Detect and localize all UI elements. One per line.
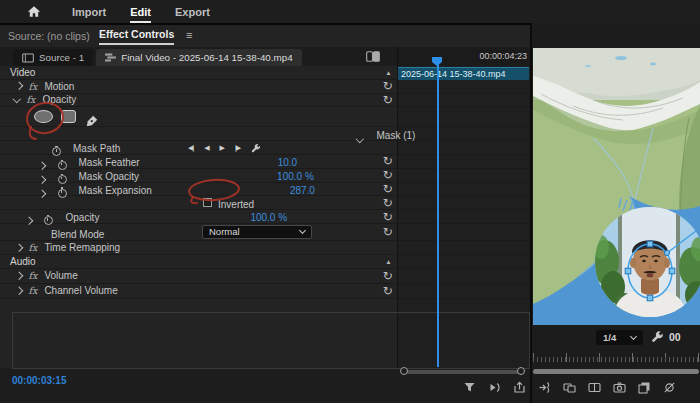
reset-icon[interactable]: ↺ bbox=[383, 197, 393, 209]
playhead-marker[interactable] bbox=[431, 56, 443, 67]
param-value[interactable]: 10.0 bbox=[278, 157, 297, 168]
zoom-handle-right[interactable] bbox=[517, 367, 525, 375]
filter-properties-icon[interactable] bbox=[463, 381, 476, 394]
mask-ellipse-overlay[interactable] bbox=[533, 48, 700, 325]
param-row-blend-mode[interactable]: Blend Mode Normal ↺ bbox=[0, 224, 530, 241]
tab-source-clip[interactable]: Source - 1 bbox=[13, 49, 93, 66]
fx-badge-icon[interactable]: fx bbox=[29, 285, 38, 296]
rectangle-mask-tool-icon[interactable] bbox=[61, 110, 76, 123]
program-monitor-video[interactable] bbox=[533, 48, 700, 325]
keyframe-empty-box bbox=[12, 312, 530, 369]
timeline-clip-bar[interactable]: 2025-06-14 15-38-40.mp4 bbox=[398, 67, 529, 80]
fx-badge-icon[interactable]: fx bbox=[27, 94, 36, 105]
panel-group-header: Source: (no clips) Effect Controls ≡ bbox=[0, 25, 530, 47]
reset-icon[interactable]: ↺ bbox=[383, 183, 393, 195]
home-icon[interactable] bbox=[27, 5, 41, 18]
track-mask-backward-icon[interactable]: ◀ bbox=[204, 144, 208, 152]
twirl-icon[interactable] bbox=[15, 82, 23, 90]
reset-icon[interactable]: ↺ bbox=[383, 94, 393, 106]
timeline-zoom-bar[interactable] bbox=[406, 370, 520, 374]
export-frame-camera-icon[interactable] bbox=[613, 381, 626, 394]
param-value[interactable]: 100.0 % bbox=[277, 171, 314, 182]
insert-icon[interactable] bbox=[538, 381, 551, 394]
tab-source-monitor[interactable]: Source: (no clips) bbox=[8, 30, 90, 42]
collapse-video-icon[interactable]: ▲ bbox=[385, 69, 391, 76]
inverted-checkbox[interactable] bbox=[203, 198, 212, 207]
split-view-icon[interactable] bbox=[366, 51, 380, 62]
reset-icon[interactable]: ↺ bbox=[383, 80, 393, 92]
param-row-mask-expansion[interactable]: Mask Expansion 287.0 ↺ bbox=[0, 183, 530, 197]
reset-icon[interactable]: ↺ bbox=[383, 211, 393, 223]
playback-resolution-dropdown[interactable]: 1/4 bbox=[596, 330, 643, 345]
reset-icon[interactable]: ↺ bbox=[383, 155, 393, 167]
twirl-icon[interactable] bbox=[15, 272, 23, 280]
button-editor-settings-icon[interactable] bbox=[663, 381, 676, 394]
comparison-view-icon[interactable] bbox=[563, 381, 576, 394]
mask-expansion-handle-line[interactable] bbox=[667, 231, 696, 253]
mask-handle-top[interactable] bbox=[647, 241, 653, 247]
effect-row-channel-volume[interactable]: fx Channel Volume ↺ bbox=[0, 284, 530, 299]
reset-icon[interactable]: ↺ bbox=[383, 270, 393, 282]
effect-label: Opacity bbox=[42, 94, 76, 105]
mask-handle-right[interactable] bbox=[669, 268, 675, 274]
blend-mode-dropdown[interactable]: Normal bbox=[202, 225, 312, 239]
reset-icon[interactable]: ↺ bbox=[383, 226, 393, 238]
monitor-scrollbar[interactable] bbox=[533, 369, 699, 374]
minitimeline-ruler[interactable]: 00:00:04:23 bbox=[397, 47, 530, 66]
effect-row-volume[interactable]: fx Volume ↺ bbox=[0, 269, 530, 284]
mask-handle-bottom[interactable] bbox=[647, 295, 653, 301]
reset-icon[interactable]: ↺ bbox=[383, 169, 393, 181]
mask-vertex-point[interactable] bbox=[664, 250, 669, 255]
twirl-icon[interactable] bbox=[15, 287, 23, 295]
fx-badge-icon[interactable]: fx bbox=[29, 81, 38, 92]
effect-row-opacity[interactable]: fx Opacity ↺ bbox=[0, 94, 530, 108]
track-mask-forward-one-icon[interactable]: |▶ bbox=[235, 144, 240, 152]
multi-view-icon[interactable] bbox=[588, 381, 601, 394]
section-label-video: Video bbox=[10, 67, 35, 78]
param-row-inverted[interactable]: Inverted ↺ bbox=[0, 196, 530, 210]
monitor-timecode: 00 bbox=[669, 331, 681, 343]
blend-mode-selected: Normal bbox=[209, 226, 240, 237]
param-value-mask-expansion[interactable]: 287.0 bbox=[290, 184, 315, 195]
param-row-mask-feather[interactable]: Mask Feather 10.0 ↺ bbox=[0, 155, 530, 169]
transport-button-bar bbox=[463, 381, 676, 394]
param-row-opacity[interactable]: Opacity 100.0 % ↺ bbox=[0, 210, 530, 224]
pen-mask-tool-icon[interactable] bbox=[86, 115, 98, 127]
collapse-audio-icon[interactable]: ▲ bbox=[385, 258, 391, 265]
param-label: Blend Mode bbox=[51, 229, 104, 240]
monitor-mini-ruler[interactable] bbox=[533, 352, 700, 362]
ellipse-mask-tool-icon[interactable] bbox=[34, 110, 53, 123]
effect-row-time-remapping[interactable]: fx Time Remapping bbox=[0, 241, 530, 255]
clip-tabs-band: Source - 1 Final Video - 2025-06-14 15-3… bbox=[0, 47, 397, 66]
reset-icon[interactable]: ↺ bbox=[383, 285, 393, 297]
zoom-handle-left[interactable] bbox=[400, 367, 408, 375]
twirl-icon[interactable] bbox=[13, 95, 21, 103]
param-row-mask-path[interactable]: Mask Path ◀| ◀ ▶ |▶ bbox=[0, 141, 530, 155]
mask-handle-left[interactable] bbox=[625, 268, 631, 274]
menu-item-edit[interactable]: Edit bbox=[130, 0, 151, 23]
tracking-method-wrench-icon[interactable] bbox=[251, 143, 261, 153]
section-row-audio[interactable]: Audio ▲ bbox=[0, 255, 530, 269]
play-around-icon[interactable] bbox=[488, 381, 501, 394]
current-timecode[interactable]: 00:00:03:15 bbox=[12, 375, 66, 386]
top-menubar: Import Edit Export bbox=[0, 0, 700, 25]
premiere-pro-window: Import Edit Export Source: (no clips) Ef… bbox=[0, 0, 700, 403]
lift-icon[interactable] bbox=[513, 381, 526, 394]
ruler-timecode: 00:00:04:23 bbox=[479, 51, 527, 61]
tab-effect-controls[interactable]: Effect Controls bbox=[99, 28, 174, 45]
playhead-line[interactable] bbox=[437, 57, 439, 367]
menu-item-export[interactable]: Export bbox=[175, 0, 210, 23]
overlay-frames-icon[interactable] bbox=[638, 381, 651, 394]
track-mask-backward-one-icon[interactable]: ◀| bbox=[188, 144, 193, 152]
panel-menu-icon[interactable]: ≡ bbox=[186, 29, 192, 41]
menu-item-import[interactable]: Import bbox=[72, 0, 106, 23]
mask-group-row[interactable]: Mask (1) bbox=[0, 127, 530, 141]
param-row-mask-opacity[interactable]: Mask Opacity 100.0 % ↺ bbox=[0, 169, 530, 183]
tab-sequence-clip[interactable]: Final Video - 2025-06-14 15-38-40.mp4 bbox=[96, 49, 301, 66]
effect-row-motion[interactable]: fx Motion ↺ bbox=[0, 80, 530, 94]
param-value[interactable]: 100.0 % bbox=[250, 212, 287, 223]
fx-badge-icon[interactable]: fx bbox=[29, 270, 38, 281]
twirl-icon[interactable] bbox=[15, 243, 23, 251]
track-mask-forward-icon[interactable]: ▶ bbox=[220, 144, 224, 152]
monitor-settings-wrench-icon[interactable] bbox=[651, 330, 664, 343]
